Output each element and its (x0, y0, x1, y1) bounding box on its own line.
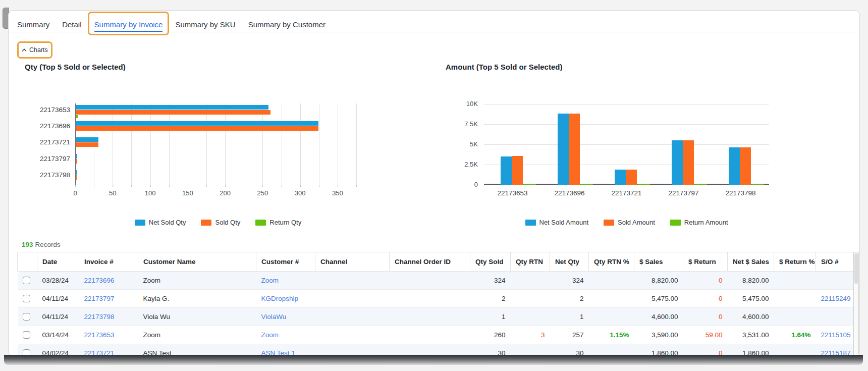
column-header-qty_rtn[interactable]: Qty RTN (511, 252, 550, 272)
tab-label: Summary by SKU (175, 20, 235, 29)
table-row: 03/14/2422173653ZoomZoom26032571.15%3,59… (18, 326, 854, 344)
return-amount-bar (523, 184, 536, 185)
row-checkbox[interactable] (23, 313, 30, 321)
column-header-date[interactable]: Date (37, 252, 79, 272)
cell-invoice[interactable]: 22173797 (79, 290, 138, 308)
category-label: 22173797 (15, 154, 70, 163)
axis-tick (225, 185, 226, 187)
charts-toggle-label: Charts (29, 46, 48, 54)
cell-invoice[interactable]: 22173798 (79, 308, 138, 326)
cell-qty_rtn_pct (589, 308, 634, 326)
legend-label: Sold Qty (215, 219, 240, 226)
column-header-qty_rtn_pct[interactable]: Qty RTN % (589, 252, 634, 272)
legend-item-return-amount[interactable]: Return Amount (670, 219, 728, 226)
category-label: 22173696 (544, 189, 596, 197)
gridline (300, 103, 301, 185)
axis-tick (113, 185, 113, 187)
column-header-channel_order_id[interactable]: Channel Order ID (390, 252, 470, 272)
column-header-customer_num[interactable]: Customer # (256, 252, 315, 272)
column-header-so[interactable]: S/O # (816, 252, 854, 272)
records-count-line: 193Records (22, 241, 61, 248)
category-label: 22173798 (15, 171, 70, 179)
column-header-return_amt[interactable]: $ Return (683, 252, 728, 272)
gridline (282, 103, 282, 185)
legend-label: Return Amount (684, 219, 728, 226)
charts-collapse-toggle[interactable]: Charts (22, 44, 48, 56)
cell-sales: 8,820.00 (634, 272, 683, 290)
row-checkbox[interactable] (23, 277, 30, 284)
x-tick-label: 250 (251, 189, 274, 197)
gridline (188, 103, 188, 185)
gridline (113, 103, 113, 185)
column-header-qty_sold[interactable]: Qty Sold (470, 252, 511, 272)
cell-so[interactable]: 22115105 (816, 326, 854, 344)
column-header-sales[interactable]: $ Sales (634, 252, 683, 272)
cell-qty_sold: 260 (470, 326, 511, 344)
qty-chart-legend: Net Sold QtySold QtyReturn Qty (75, 219, 361, 226)
gridline (150, 103, 151, 185)
table-row: 04/11/2422173798Viola WuViolaWu114,600.0… (18, 308, 854, 326)
category-label: 22173797 (658, 189, 710, 197)
tab-bar: Summary Detail Summary by Invoice Summar… (17, 17, 326, 32)
tab-summary-by-invoice[interactable]: Summary by Invoice (94, 17, 163, 32)
cell-select (18, 326, 37, 344)
legend-item-net-sold-amount[interactable]: Net Sold Amount (525, 219, 589, 226)
column-header-customer_name[interactable]: Customer Name (138, 252, 256, 272)
cell-net_qty: 324 (550, 272, 589, 290)
x-tick-label: 100 (139, 189, 161, 197)
cell-qty_rtn: 3 (511, 326, 550, 344)
cell-invoice[interactable]: 22173696 (79, 272, 138, 290)
column-header-net_sales[interactable]: Net $ Sales (728, 252, 774, 272)
row-checkbox[interactable] (23, 331, 30, 339)
cell-sales: 3,590.00 (634, 326, 683, 344)
cell-return_amt: 0 (683, 272, 728, 290)
x-tick-label: 0 (64, 189, 86, 197)
tab-label: Detail (62, 20, 81, 29)
sold-amount-bar (569, 114, 580, 185)
return-amount-bar (637, 184, 650, 185)
cell-customer_num[interactable]: KGDropship (256, 290, 315, 308)
cell-customer_name: Zoom (138, 326, 256, 344)
legend-label: Net Sold Qty (149, 219, 186, 226)
legend-item-net-sold-qty[interactable]: Net Sold Qty (135, 219, 186, 226)
cell-customer_num[interactable]: Zoom (256, 272, 315, 290)
cell-select (18, 290, 37, 308)
tab-detail[interactable]: Detail (62, 17, 81, 32)
x-tick-label: 350 (327, 189, 349, 197)
tab-summary-by-sku[interactable]: Summary by SKU (175, 17, 235, 32)
tab-summary-by-customer[interactable]: Summary by Customer (248, 17, 326, 32)
axis-tick (188, 185, 188, 187)
column-header-net_qty[interactable]: Net Qty (550, 252, 589, 272)
legend-swatch (670, 220, 681, 226)
x-tick-label: 50 (101, 189, 124, 197)
column-header-return_pct[interactable]: $ Return % (774, 252, 816, 272)
cell-customer_num[interactable]: ViolaWu (256, 308, 315, 326)
cell-invoice[interactable]: 22173653 (79, 326, 138, 344)
cell-customer_num[interactable]: Zoom (256, 326, 315, 344)
axis-tick (356, 185, 357, 187)
legend-item-sold-qty[interactable]: Sold Qty (201, 219, 240, 226)
net-sold-qty-bar (76, 137, 98, 142)
net-sold-qty-bar (76, 121, 318, 126)
cell-return_amt: 59.00 (683, 326, 728, 344)
net-sold-amount-bar (558, 114, 569, 185)
legend-item-sold-amount[interactable]: Sold Amount (604, 219, 655, 226)
scrollbar-thumb[interactable] (854, 253, 858, 284)
tab-label: Summary (17, 20, 49, 29)
cell-qty_rtn (511, 308, 550, 326)
table-vertical-scrollbar[interactable] (853, 252, 859, 356)
column-header-invoice[interactable]: Invoice # (79, 252, 138, 272)
legend-item-return-qty[interactable]: Return Qty (255, 219, 301, 226)
net-sold-amount-bar (729, 147, 740, 185)
cell-qty_sold: 1 (470, 308, 511, 326)
amount-chart-title: Amount (Top 5 Sold or Selected) (446, 63, 562, 71)
row-checkbox[interactable] (23, 295, 30, 302)
gridline (225, 103, 226, 185)
return-amount-bar (694, 184, 707, 185)
column-header-channel[interactable]: Channel (315, 252, 390, 272)
category-label: 22173721 (601, 189, 653, 197)
tab-summary[interactable]: Summary (17, 17, 49, 32)
axis-tick (206, 185, 207, 187)
cell-customer_name: Zoom (138, 272, 256, 290)
cell-so[interactable]: 22115249 (816, 290, 854, 308)
